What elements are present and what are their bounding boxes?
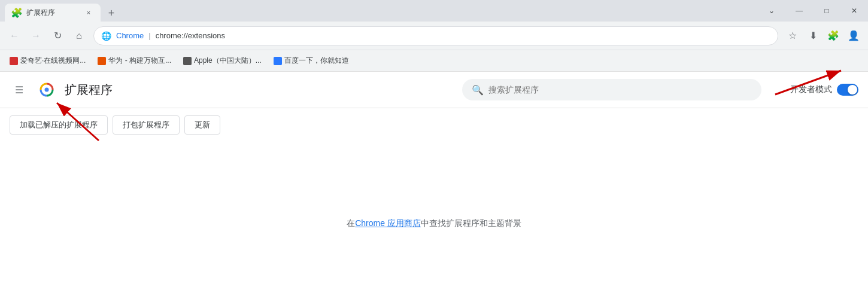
site-info-icon: 🌐 [101,31,111,41]
reload-button[interactable]: ↻ [48,26,67,45]
title-bar: 🧩 扩展程序 × + ⌄ — □ ✕ [0,0,868,22]
omnibox[interactable]: 🌐 Chrome | chrome://extensions [93,26,778,45]
search-icon: 🔍 [472,84,484,96]
search-input[interactable] [488,85,752,94]
bookmarks-bar: 爱奇艺·在线视频网... 华为 - 构建万物互... Apple（中国大陆）..… [0,50,868,72]
empty-state-suffix: 中查找扩展程序和主题背景 [421,218,521,229]
forward-button[interactable]: → [26,26,45,45]
profile-button[interactable]: 👤 [844,26,863,45]
developer-mode-toggle[interactable] [837,84,858,96]
empty-state-prefix: 在 [347,218,355,229]
update-button[interactable]: 更新 [184,115,220,135]
developer-mode-section: 开发者模式 [790,84,858,96]
bookmark-baidu[interactable]: 百度一下，你就知道 [269,53,354,68]
active-tab[interactable]: 🧩 扩展程序 × [5,4,101,22]
home-button[interactable]: ⌂ [69,26,89,45]
bookmark-iqiyi[interactable]: 爱奇艺·在线视频网... [5,53,90,68]
svg-point-2 [45,88,49,92]
minimize-button[interactable]: — [785,0,813,22]
chrome-store-link[interactable]: Chrome 应用商店 [355,218,421,229]
load-unpacked-button[interactable]: 加载已解压的扩展程序 [10,115,108,135]
tab-favicon: 🧩 [12,8,22,17]
omnibox-source: Chrome [116,31,144,40]
bookmark-favicon-apple [183,57,192,65]
bookmark-apple[interactable]: Apple（中国大陆）... [178,53,266,68]
page-title: 扩展程序 [65,82,113,98]
extensions-header: ☰ 扩展程序 🔍 开发者模式 [0,72,868,108]
window-controls: ⌄ — □ ✕ [758,0,868,22]
bookmark-label-huawei: 华为 - 构建万物互... [108,56,171,66]
extensions-button[interactable]: 🧩 [824,26,843,45]
bookmark-favicon-baidu [274,57,282,65]
close-button[interactable]: ✕ [840,0,868,22]
address-bar-actions: ☆ ⬇ 🧩 👤 [783,26,863,45]
hamburger-icon: ☰ [15,84,23,96]
bookmark-button[interactable]: ☆ [783,26,802,45]
bookmark-huawei[interactable]: 华为 - 构建万物互... [93,53,176,68]
extensions-page: ☰ 扩展程序 🔍 开发者模式 [0,72,868,305]
page-wrapper: 🧩 扩展程序 × + ⌄ — □ ✕ ← → ↻ ⌂ 🌐 Chrome | ch… [0,0,868,305]
extensions-toolbar: 加载已解压的扩展程序 打包扩展程序 更新 [0,108,868,142]
pack-extension-button[interactable]: 打包扩展程序 [113,115,180,135]
address-bar: ← → ↻ ⌂ 🌐 Chrome | chrome://extensions ☆… [0,22,868,50]
omnibox-url: chrome://extensions [156,31,225,40]
download-button[interactable]: ⬇ [803,26,823,45]
bookmark-favicon-iqiyi [10,57,18,65]
omnibox-separator: | [148,31,150,40]
bookmark-label-apple: Apple（中国大陆）... [194,56,262,66]
bookmark-label-baidu: 百度一下，你就知道 [284,56,349,66]
sidebar-menu-button[interactable]: ☰ [10,80,29,99]
back-button[interactable]: ← [5,26,24,45]
maximize-button[interactable]: □ [813,0,840,22]
bookmark-favicon-huawei [98,57,106,65]
new-tab-button[interactable]: + [103,5,120,22]
search-box[interactable]: 🔍 [462,79,761,100]
developer-mode-label: 开发者模式 [790,84,832,95]
tab-title: 扩展程序 [26,8,79,18]
bookmark-label-iqiyi: 爱奇艺·在线视频网... [20,56,86,66]
chevron-down-button[interactable]: ⌄ [758,0,785,22]
tab-close-button[interactable]: × [84,8,93,17]
empty-state: 在 Chrome 应用商店 中查找扩展程序和主题背景 [0,142,868,305]
chrome-logo [38,81,55,98]
